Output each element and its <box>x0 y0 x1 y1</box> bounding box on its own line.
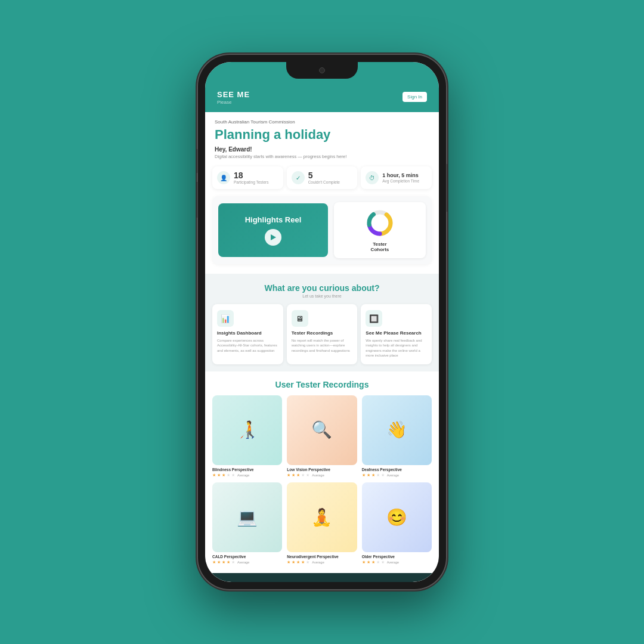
lowvision-figure: 🔍 <box>311 422 332 438</box>
research-title: See Me Please Research <box>366 330 427 336</box>
star-3: ★ <box>296 473 300 478</box>
time-label: Avg Completion Time <box>382 179 419 183</box>
research-desc: We openly share real feedback and insigh… <box>366 338 427 358</box>
star-5: ★ <box>381 473 385 478</box>
subtitle-text: Digital accessibility starts with awaren… <box>205 154 439 166</box>
star-1: ★ <box>212 473 216 478</box>
star-1: ★ <box>287 560 290 565</box>
blindness-stars: ★ ★ ★ ★ ★ Average <box>212 473 282 478</box>
recording-blindness[interactable]: 🧑‍🦯 Blindness Perspective ★ ★ ★ ★ ★ Aver… <box>212 395 282 478</box>
star-2: ★ <box>217 473 221 478</box>
stat-time-info: 1 hour, 5 mins Avg Completion Time <box>382 173 419 183</box>
deafness-figure: 👋 <box>386 422 407 438</box>
thumb-blindness: 🧑‍🦯 <box>212 395 282 465</box>
older-figure: 😊 <box>386 509 407 526</box>
older-rating-label: Average <box>387 561 399 564</box>
complete-label: Couldn't Complete <box>308 180 340 184</box>
star-3: ★ <box>296 560 300 565</box>
star-1: ★ <box>362 560 366 565</box>
cald-figure: 💻 <box>237 509 258 526</box>
power-button[interactable] <box>447 164 447 212</box>
feature-card-insights[interactable]: 📊 Insights Dashboard Compare experiences… <box>212 304 283 364</box>
feature-card-research[interactable]: 🔲 See Me Please Research We openly share… <box>361 304 432 364</box>
star-3: ★ <box>222 473 225 478</box>
recording-older[interactable]: 😊 Older Perspective ★ ★ ★ ★ ★ Average <box>362 482 432 565</box>
star-5: ★ <box>381 560 385 565</box>
volume-down-button[interactable] <box>197 182 197 218</box>
star-2: ★ <box>367 560 370 565</box>
star-1: ★ <box>362 473 366 478</box>
media-row: Highlights Reel <box>218 202 426 258</box>
star-2: ★ <box>367 473 370 478</box>
complete-number: 5 <box>308 171 340 179</box>
deafness-name: Deafness Perspective <box>362 467 432 472</box>
front-camera <box>319 67 325 73</box>
neuro-figure: 🧘 <box>311 509 332 526</box>
cald-stars: ★ ★ ★ ★ ★ Average <box>212 560 282 565</box>
older-stars: ★ ★ ★ ★ ★ Average <box>362 560 432 565</box>
phone-wrapper: SEE ME Please Sign In South Australian T… <box>197 54 447 590</box>
neuro-rating-label: Average <box>312 561 324 564</box>
star-3: ★ <box>371 473 375 478</box>
footer-logo: SEE ME <box>213 581 431 582</box>
insights-desc: Compare experiences across Accessibility… <box>217 338 278 353</box>
media-section: Highlights Reel <box>205 196 439 271</box>
volume-up-button[interactable] <box>197 149 197 173</box>
neuro-stars: ★ ★ ★ ★ ★ Average <box>287 560 357 565</box>
stat-testers-info: 18 Participating Testers <box>234 171 268 184</box>
notch <box>286 62 358 79</box>
stat-complete-info: 5 Couldn't Complete <box>308 171 340 184</box>
feature-card-recordings[interactable]: 🖥 Tester Recordings No report will match… <box>287 304 358 364</box>
star-4: ★ <box>301 473 305 478</box>
recordings-section-title: User Tester Recordings <box>212 380 432 389</box>
recording-neuro[interactable]: 🧘 Neurodivergent Perspective ★ ★ ★ ★ ★ A… <box>287 482 357 565</box>
play-icon <box>271 234 276 240</box>
star-2: ★ <box>292 560 295 565</box>
recording-cald[interactable]: 💻 CALD Perspective ★ ★ ★ ★ ★ Average <box>212 482 282 565</box>
deafness-rating-label: Average <box>387 473 399 477</box>
play-button[interactable] <box>265 229 281 246</box>
recording-lowvision[interactable]: 🔍 Low Vision Perspective ★ ★ ★ ★ ★ Avera… <box>287 395 357 478</box>
testers-number: 18 <box>234 171 268 179</box>
lowvision-rating-label: Average <box>312 473 324 477</box>
stat-testers: 👤 18 Participating Testers <box>212 166 283 189</box>
curiosity-section: What are you curious about? Let us take … <box>205 274 439 371</box>
blindness-rating-label: Average <box>237 473 249 477</box>
cald-name: CALD Perspective <box>212 555 282 559</box>
star-3: ★ <box>371 560 375 565</box>
neuro-name: Neurodivergent Perspective <box>287 555 357 559</box>
time-number: 1 hour, 5 mins <box>382 173 419 178</box>
star-4: ★ <box>376 560 380 565</box>
cohorts-donut-chart <box>365 208 395 238</box>
screen-content[interactable]: South Australian Tourism Commission Plan… <box>205 112 439 582</box>
time-icon: ⏱ <box>366 171 379 184</box>
cohorts-card[interactable]: TesterCohorts <box>334 202 426 258</box>
older-name: Older Perspective <box>362 555 432 559</box>
insights-title: Insights Dashboard <box>217 330 278 336</box>
insights-icon: 📊 <box>217 310 234 327</box>
app-logo: SEE ME <box>217 90 250 99</box>
star-5: ★ <box>306 473 309 478</box>
stats-row: 👤 18 Participating Testers ✓ 5 Couldn't … <box>205 166 439 196</box>
highlights-card[interactable]: Highlights Reel <box>218 203 328 257</box>
star-4: ★ <box>227 473 230 478</box>
phone-screen: SEE ME Please Sign In South Australian T… <box>205 62 439 582</box>
thumb-lowvision: 🔍 <box>287 395 357 465</box>
deafness-stars: ★ ★ ★ ★ ★ Average <box>362 473 432 478</box>
recording-deafness[interactable]: 👋 Deafness Perspective ★ ★ ★ ★ ★ Average <box>362 395 432 478</box>
testers-label: Participating Testers <box>234 180 268 184</box>
highlights-title: Highlights Reel <box>245 215 302 224</box>
greeting-text: Hey, Edward! <box>205 146 439 154</box>
star-2: ★ <box>217 560 221 565</box>
recordings-section: User Tester Recordings 🧑‍🦯 Blindness Per… <box>205 371 439 574</box>
star-2: ★ <box>292 473 295 478</box>
sign-in-button[interactable]: Sign In <box>402 92 427 102</box>
curiosity-title: What are you curious about? <box>212 283 432 293</box>
header-logo-block: SEE ME Please <box>217 89 250 105</box>
star-1: ★ <box>287 473 290 478</box>
star-4: ★ <box>301 560 305 565</box>
blindness-name: Blindness Perspective <box>212 467 282 472</box>
app-logo-sub: Please <box>217 100 250 105</box>
lowvision-name: Low Vision Perspective <box>287 467 357 472</box>
thumb-cald: 💻 <box>212 482 282 552</box>
